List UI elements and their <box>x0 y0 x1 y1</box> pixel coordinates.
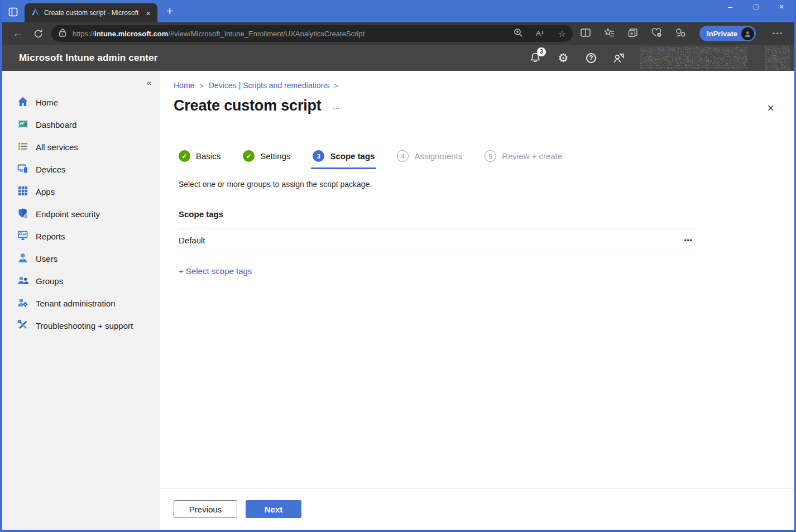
sidebar-collapse-icon[interactable]: « <box>147 78 151 87</box>
reports-icon <box>17 230 28 243</box>
feedback-person-icon[interactable] <box>612 51 626 65</box>
sidebar-item-label: Tenant administration <box>36 299 116 308</box>
sidebar-item-label: Troubleshooting + support <box>36 321 133 330</box>
address-bar[interactable]: https://intune.microsoft.com/#view/Micro… <box>51 25 573 42</box>
step-settings[interactable]: ✓ Settings <box>243 150 290 169</box>
sidebar-item-label: Users <box>36 254 57 263</box>
troubleshooting-icon <box>17 319 28 332</box>
redacted-avatar[interactable] <box>765 46 790 70</box>
refresh-icon[interactable] <box>28 29 48 39</box>
step-label: Scope tags <box>330 151 375 161</box>
blade-close-icon[interactable]: × <box>767 102 774 114</box>
sidebar-item-label: Reports <box>36 232 65 241</box>
browser-window: Create custom script - Microsoft I × + –… <box>0 0 796 532</box>
sidebar-item-apps[interactable]: Apps <box>2 180 160 203</box>
intune-favicon-icon <box>31 8 40 18</box>
sidebar-nav: « Home Dashboard All services Devices Ap… <box>2 71 160 530</box>
step-assignments[interactable]: 4 Assignments <box>397 150 462 169</box>
notifications-bell-icon[interactable]: 3 <box>529 51 542 65</box>
previous-button[interactable]: Previous <box>174 500 237 518</box>
split-screen-icon[interactable] <box>581 28 591 39</box>
row-context-menu-icon[interactable]: ••• <box>680 234 696 247</box>
window-controls: – □ × <box>723 2 789 11</box>
scope-tag-name: Default <box>179 236 205 245</box>
sidebar-item-endpoint-security[interactable]: Endpoint security <box>2 203 160 225</box>
sidebar-item-groups[interactable]: Groups <box>2 270 160 292</box>
dashboard-icon <box>17 118 28 131</box>
sidebar-item-tenant-administration[interactable]: Tenant administration <box>2 292 160 314</box>
browser-essentials-icon[interactable] <box>651 28 662 40</box>
read-aloud-icon[interactable]: A <box>535 28 546 39</box>
collections-icon[interactable] <box>628 28 638 40</box>
breadcrumb-separator: > <box>199 82 204 90</box>
breadcrumb-separator: > <box>334 82 338 90</box>
sidebar-item-reports[interactable]: Reports <box>2 225 160 247</box>
all-services-icon <box>17 141 28 154</box>
settings-gear-icon[interactable]: ⚙ <box>557 51 570 65</box>
help-icon[interactable]: ? <box>584 51 598 65</box>
sidebar-item-all-services[interactable]: All services <box>2 136 160 158</box>
new-tab-button[interactable]: + <box>166 4 173 18</box>
step-complete-check-icon: ✓ <box>243 150 255 162</box>
groups-icon <box>17 275 28 287</box>
favorites-icon[interactable] <box>604 28 615 40</box>
step-complete-check-icon: ✓ <box>179 150 190 162</box>
window-maximize-button[interactable]: □ <box>749 2 763 11</box>
app-header: Microsoft Intune admin center 3 ⚙ ? <box>2 45 794 71</box>
title-ellipsis-icon: … <box>333 102 341 111</box>
sidebar-item-devices[interactable]: Devices <box>2 158 160 180</box>
sidebar-item-home[interactable]: Home <box>2 91 160 113</box>
wizard-footer: Previous Next <box>160 488 794 530</box>
user-icon <box>17 252 28 265</box>
browser-tab-strip: Create custom script - Microsoft I × + –… <box>2 0 794 22</box>
step-label: Assignments <box>414 151 462 161</box>
tab-title: Create custom script - Microsoft I <box>44 9 139 17</box>
sidebar-item-label: Apps <box>36 187 55 196</box>
app-title: Microsoft Intune admin center <box>19 52 158 64</box>
favorite-star-icon[interactable]: ☆ <box>558 28 566 39</box>
step-number: 4 <box>397 150 409 162</box>
browser-tab[interactable]: Create custom script - Microsoft I × <box>25 3 157 22</box>
url-text: https://intune.microsoft.com/#view/Micro… <box>73 30 508 38</box>
sidebar-item-label: Devices <box>36 165 65 174</box>
back-icon[interactable]: ← <box>8 27 28 40</box>
step-review-create[interactable]: 5 Review + create <box>485 150 562 169</box>
scope-tags-table: Scope tags Default ••• <box>179 209 696 252</box>
next-button[interactable]: Next <box>246 500 301 518</box>
step-description: Select one or more groups to assign the … <box>179 180 781 189</box>
sidebar-item-label: All services <box>36 142 78 152</box>
breadcrumb-home-link[interactable]: Home <box>174 81 194 90</box>
table-row: Default ••• <box>179 229 696 252</box>
window-close-button[interactable]: × <box>774 2 789 11</box>
tab-close-icon[interactable]: × <box>143 8 153 18</box>
step-label: Settings <box>260 151 290 161</box>
step-label: Basics <box>196 151 220 161</box>
home-icon <box>17 96 28 109</box>
breadcrumb-section-link[interactable]: Devices | Scripts and remediations <box>209 81 329 90</box>
breadcrumb: Home > Devices | Scripts and remediation… <box>174 81 781 90</box>
devices-icon <box>17 163 28 176</box>
blade-content: Home > Devices | Scripts and remediation… <box>160 71 794 488</box>
workspaces-icon[interactable] <box>4 4 21 20</box>
tenant-admin-icon <box>17 297 28 310</box>
browser-menu-icon[interactable]: ··· <box>769 28 787 39</box>
sidebar-item-label: Home <box>36 98 58 107</box>
main-panel: Home > Devices | Scripts and remediation… <box>160 71 794 530</box>
window-minimize-button[interactable]: – <box>723 2 737 11</box>
select-scope-tags-link[interactable]: + Select scope tags <box>179 266 252 276</box>
feedback-icon[interactable] <box>675 28 686 40</box>
inprivate-badge[interactable]: InPrivate <box>699 26 756 41</box>
step-scope-tags[interactable]: 3 Scope tags <box>313 150 375 169</box>
sidebar-item-label: Endpoint security <box>36 209 100 219</box>
inprivate-label: InPrivate <box>707 30 737 38</box>
sidebar-item-troubleshooting[interactable]: Troubleshooting + support <box>2 314 160 337</box>
wizard-steps: ✓ Basics ✓ Settings 3 Scope tags 4 Assig… <box>179 150 781 169</box>
sidebar-item-users[interactable]: Users <box>2 247 160 270</box>
redacted-account-info <box>640 47 747 69</box>
sidebar-item-dashboard[interactable]: Dashboard <box>2 113 160 136</box>
apps-icon <box>17 185 28 198</box>
zoom-icon[interactable] <box>514 28 523 39</box>
step-basics[interactable]: ✓ Basics <box>179 150 220 169</box>
shield-icon <box>17 208 28 221</box>
browser-toolbar: ← https://intune.microsoft.com/#view/Mic… <box>2 22 794 45</box>
